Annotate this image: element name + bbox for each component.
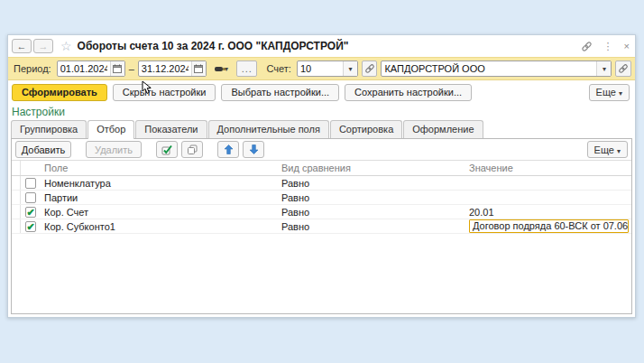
- titlebar: ← → ☆ Обороты счета 10 за 2024 г. ООО "К…: [8, 35, 635, 57]
- account-label: Счет:: [266, 63, 290, 74]
- period-to-group: [138, 60, 207, 77]
- account-group: ▾: [297, 60, 358, 77]
- filter-table: Поле Вид сравнения Значение ✔Номенклатур…: [12, 161, 631, 313]
- selected-value-editor[interactable]: Договор подряда 60-ВСК от 07.06.2024: [469, 219, 629, 233]
- row-marker: [12, 205, 21, 219]
- tab-сортировка[interactable]: Сортировка: [330, 120, 402, 138]
- forward-button[interactable]: →: [33, 39, 53, 53]
- window-title: Обороты счета 10 за 2024 г. ООО "КАПДОРС…: [78, 40, 349, 52]
- add-button[interactable]: Добавить: [15, 141, 71, 158]
- row-marker: [12, 176, 21, 190]
- panel-toolbar: Добавить Удалить Еще▾: [12, 139, 631, 161]
- period-more-button[interactable]: ...: [236, 60, 257, 77]
- table-row[interactable]: ✔ПартииРавно: [12, 191, 631, 205]
- select-settings-button[interactable]: Выбрать настройки...: [221, 84, 339, 101]
- organization-open-link-button[interactable]: [615, 60, 631, 77]
- action-bar: Сформировать Скрыть настройки Выбрать на…: [8, 80, 635, 104]
- range-separator: –: [129, 63, 134, 74]
- chevron-down-icon[interactable]: ▾: [596, 61, 611, 76]
- tab-отбор[interactable]: Отбор: [87, 120, 134, 139]
- more-menu-icon[interactable]: ⋮: [603, 42, 613, 51]
- move-down-button[interactable]: [243, 141, 264, 158]
- comparison-cell: Равно: [278, 221, 465, 232]
- period-presets-button[interactable]: ▾: [210, 60, 233, 77]
- marker-column: [12, 161, 21, 175]
- tab-группировка[interactable]: Группировка: [11, 120, 87, 138]
- panel-more-button[interactable]: Еще▾: [587, 141, 628, 158]
- tab-показатели[interactable]: Показатели: [135, 120, 207, 138]
- comparison-cell: Равно: [278, 207, 465, 218]
- check-all-button[interactable]: [156, 141, 178, 158]
- calendar-icon[interactable]: [191, 61, 206, 76]
- favorite-star-icon[interactable]: ☆: [60, 39, 72, 53]
- row-checkbox[interactable]: ✔: [25, 192, 36, 203]
- checkbox-column-header: [21, 161, 41, 175]
- checkbox-cell: ✔: [21, 219, 41, 233]
- back-button[interactable]: ←: [12, 39, 32, 53]
- filter-rows: ✔НоменклатураРавно✔ПартииРавно✔Кор. Счет…: [12, 176, 631, 313]
- period-preset-icon: [215, 67, 223, 71]
- arrow-down-icon: [249, 144, 259, 154]
- get-link-icon[interactable]: [581, 41, 593, 52]
- period-label: Период:: [14, 63, 51, 74]
- hide-settings-button[interactable]: Скрыть настройки: [113, 84, 216, 101]
- table-row[interactable]: ✔Кор. Субконто1РавноДоговор подряда 60-В…: [12, 219, 631, 234]
- field-column-header: Поле: [41, 163, 278, 173]
- field-cell: Кор. Счет: [41, 207, 278, 218]
- checkbox-cell: ✔: [21, 191, 41, 204]
- field-cell: Партии: [41, 192, 278, 203]
- period-to-input[interactable]: [139, 61, 191, 76]
- chevron-down-icon: ▾: [619, 89, 622, 98]
- row-checkbox[interactable]: ✔: [25, 221, 36, 232]
- period-from-group: [57, 60, 125, 77]
- settings-panel: Добавить Удалить Еще▾ Поле: [11, 138, 632, 314]
- field-cell: Номенклатура: [41, 178, 278, 189]
- delete-button[interactable]: Удалить: [86, 141, 142, 158]
- table-row[interactable]: ✔НоменклатураРавно: [12, 176, 631, 191]
- checkbox-cell: ✔: [21, 176, 41, 190]
- uncheck-all-icon: [187, 144, 198, 155]
- comparison-cell: Равно: [278, 178, 465, 189]
- row-marker: [12, 219, 21, 233]
- more-button[interactable]: Еще▾: [589, 84, 630, 101]
- close-icon[interactable]: ×: [624, 42, 630, 51]
- chevron-down-icon: ▾: [617, 147, 621, 155]
- value-cell: Договор подряда 60-ВСК от 07.06.2024: [465, 219, 631, 233]
- row-marker: [12, 191, 21, 204]
- arrow-up-icon: [224, 144, 234, 154]
- account-open-link-button[interactable]: [362, 60, 378, 77]
- checkbox-cell: ✔: [21, 205, 41, 219]
- report-window: ← → ☆ Обороты счета 10 за 2024 г. ООО "К…: [7, 34, 636, 318]
- field-cell: Кор. Субконто1: [41, 221, 278, 232]
- organization-input[interactable]: [382, 61, 596, 76]
- uncheck-all-button[interactable]: [181, 141, 203, 158]
- table-header: Поле Вид сравнения Значение: [12, 161, 631, 176]
- value-column-header: Значение: [465, 163, 631, 173]
- organization-group: ▾: [381, 60, 612, 77]
- period-from-input[interactable]: [58, 61, 110, 76]
- settings-section-link[interactable]: Настройки: [8, 104, 635, 120]
- generate-button[interactable]: Сформировать: [12, 84, 107, 101]
- comparison-column-header: Вид сравнения: [278, 163, 465, 173]
- settings-tabs: ГруппировкаОтборПоказателиДополнительные…: [8, 120, 635, 138]
- move-up-button[interactable]: [217, 141, 239, 158]
- table-row[interactable]: ✔Кор. СчетРавно20.01: [12, 205, 631, 219]
- row-checkbox[interactable]: ✔: [25, 178, 36, 189]
- save-settings-button[interactable]: Сохранить настройки...: [345, 84, 472, 101]
- row-checkbox[interactable]: ✔: [25, 207, 36, 218]
- account-input[interactable]: [298, 61, 343, 76]
- check-all-icon: [161, 144, 173, 155]
- value-cell: 20.01: [465, 207, 631, 218]
- calendar-icon[interactable]: [110, 61, 124, 76]
- filter-bar: Период: – ▾ ... Счет: ▾ ▾: [8, 57, 635, 80]
- chevron-down-icon[interactable]: ▾: [343, 61, 357, 76]
- comparison-cell: Равно: [278, 192, 465, 203]
- tab-дополнительные поля[interactable]: Дополнительные поля: [208, 120, 329, 138]
- tab-оформление[interactable]: Оформление: [403, 120, 483, 138]
